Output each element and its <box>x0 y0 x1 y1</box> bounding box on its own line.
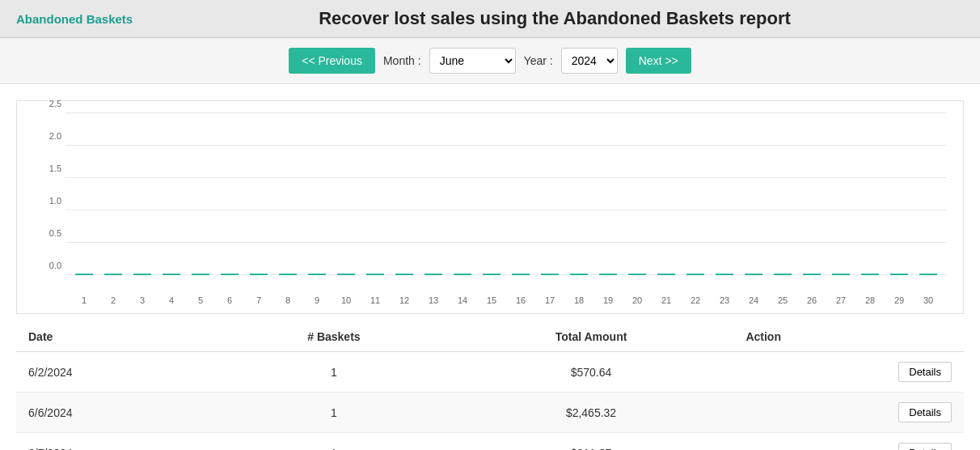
cell-action: Details <box>733 433 964 451</box>
details-button[interactable]: Details <box>898 362 952 382</box>
cell-action: Details <box>733 393 964 433</box>
x-axis-label: 16 <box>506 295 535 305</box>
bar-group <box>302 274 332 275</box>
x-axis-label: 30 <box>914 295 943 305</box>
next-button[interactable]: Next >> <box>626 48 691 74</box>
month-label: Month : <box>383 54 421 67</box>
y-axis-label: 2.0 <box>49 131 61 141</box>
bar-group <box>332 274 361 275</box>
x-axis-label: 15 <box>477 295 506 305</box>
x-axis-label: 28 <box>855 295 885 305</box>
x-axis-label: 1 <box>70 295 99 305</box>
cell-amount: $2,465.32 <box>449 393 734 433</box>
data-table: Date # Baskets Total Amount Action 6/2/2… <box>16 322 964 450</box>
bar-group <box>448 274 477 275</box>
x-axis-label: 11 <box>361 295 390 305</box>
bar <box>890 274 908 275</box>
table-body: 6/2/20241$570.64Details6/6/20241$2,465.3… <box>16 352 964 451</box>
bar-group <box>419 274 448 275</box>
bar <box>599 274 617 275</box>
page-title: Recover lost sales using the Abandoned B… <box>146 8 964 29</box>
cell-baskets: 1 <box>219 393 449 433</box>
year-select[interactable]: 2022202320242025 <box>561 48 618 74</box>
x-axis-label: 23 <box>710 295 739 305</box>
x-axis-label: 21 <box>652 295 681 305</box>
bar <box>308 274 326 275</box>
cell-amount: $211.37 <box>449 433 734 451</box>
col-date: Date <box>16 322 219 352</box>
cell-amount: $570.64 <box>449 352 734 393</box>
prev-button[interactable]: << Previous <box>289 48 375 74</box>
bar <box>686 274 704 275</box>
x-axis-label: 5 <box>186 295 215 305</box>
x-axis-label: 18 <box>564 295 593 305</box>
bar-group <box>361 274 390 275</box>
x-axis-label: 19 <box>593 295 623 305</box>
y-axis-label: 2.5 <box>49 99 61 108</box>
bar <box>133 274 151 275</box>
x-axis-label: 26 <box>797 295 826 305</box>
bar <box>337 274 355 275</box>
cell-baskets: 1 <box>219 433 449 451</box>
bar <box>483 274 501 275</box>
bar-group <box>564 274 593 275</box>
bar <box>425 274 442 275</box>
bar-group <box>244 274 273 275</box>
cell-baskets: 1 <box>219 352 449 393</box>
x-labels: 1234567891011121314151617181920212223242… <box>65 295 947 305</box>
bar-group <box>739 274 768 275</box>
bar-group <box>826 274 855 275</box>
chart-container: 0.00.51.01.52.02.5 123456789101112131415… <box>16 100 964 314</box>
x-axis-label: 13 <box>419 295 448 305</box>
bar-group <box>186 274 215 275</box>
bar-group <box>215 274 244 275</box>
main-content: 0.00.51.01.52.02.5 123456789101112131415… <box>0 84 980 450</box>
cell-date: 6/7/2024 <box>16 433 219 451</box>
bar <box>919 274 937 275</box>
bar-group <box>128 274 157 275</box>
x-axis-label: 8 <box>273 295 302 305</box>
x-axis-label: 2 <box>99 295 128 305</box>
chart-area: 0.00.51.01.52.02.5 <box>65 113 947 275</box>
x-axis-label: 20 <box>623 295 652 305</box>
x-axis-label: 24 <box>739 295 768 305</box>
y-axis-label: 0.0 <box>49 261 61 270</box>
bar-group <box>623 274 652 275</box>
col-action: Action <box>733 322 964 352</box>
bar-group <box>914 274 943 275</box>
bar <box>366 274 384 275</box>
x-axis-label: 9 <box>302 295 332 305</box>
controls-bar: << Previous Month : JanuaryFebruaryMarch… <box>0 38 980 84</box>
bar <box>803 274 821 275</box>
y-axis-label: 1.5 <box>49 163 61 173</box>
bar-group <box>390 274 419 275</box>
x-axis-label: 29 <box>885 295 914 305</box>
table-row: 6/6/20241$2,465.32Details <box>16 393 964 433</box>
cell-action: Details <box>733 352 964 393</box>
bar <box>512 274 530 275</box>
details-button[interactable]: Details <box>898 443 952 450</box>
x-axis-label: 10 <box>332 295 361 305</box>
bar-group <box>885 274 914 275</box>
app-title: Abandoned Baskets <box>16 12 146 26</box>
bars-wrapper <box>65 113 947 275</box>
month-select[interactable]: JanuaryFebruaryMarchAprilMayJuneJulyAugu… <box>429 48 516 74</box>
bar-group <box>710 274 739 275</box>
details-button[interactable]: Details <box>898 402 952 422</box>
x-axis-label: 14 <box>448 295 477 305</box>
bar-group <box>652 274 681 275</box>
x-axis-label: 27 <box>826 295 855 305</box>
x-axis-label: 25 <box>768 295 797 305</box>
x-axis-label: 12 <box>390 295 419 305</box>
bar-group <box>506 274 535 275</box>
bar <box>250 274 268 275</box>
year-label: Year : <box>524 54 553 67</box>
bar <box>104 274 122 275</box>
bar-group <box>797 274 826 275</box>
bar-group <box>768 274 797 275</box>
bar <box>570 274 588 275</box>
bar-group <box>157 274 186 275</box>
bar <box>541 274 559 275</box>
col-amount: Total Amount <box>449 322 734 352</box>
header-bar: Abandoned Baskets Recover lost sales usi… <box>0 0 980 38</box>
